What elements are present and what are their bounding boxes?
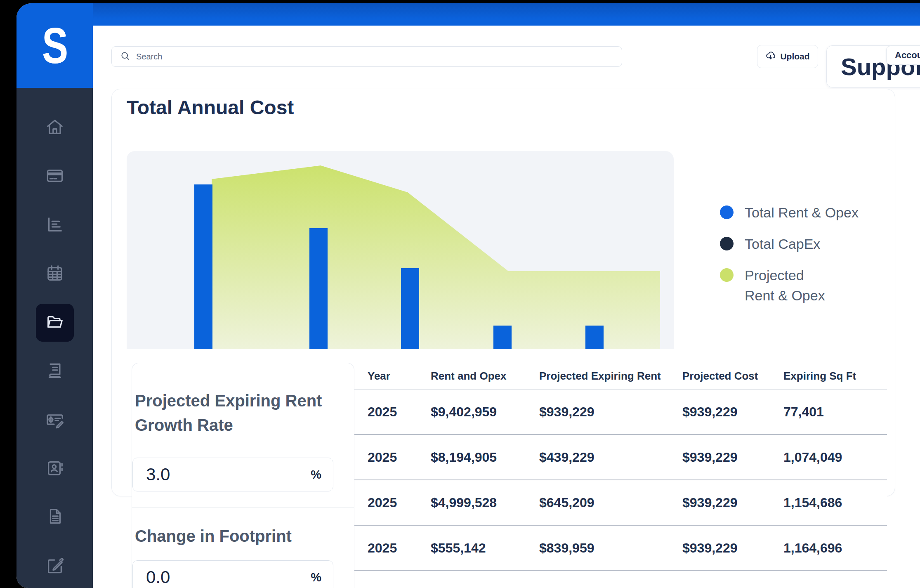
cell-expiring-sqft: 1,074,049 (783, 450, 887, 465)
sidebar-item-calendar[interactable] (36, 255, 74, 293)
sidebar-item-billing[interactable] (36, 158, 74, 196)
folder-open-icon (45, 312, 64, 333)
account-button[interactable]: Accou (886, 46, 920, 65)
cell-projected-cost: $939,229 (682, 495, 783, 510)
sidebar-item-compose[interactable] (36, 548, 74, 586)
section-divider (132, 507, 354, 508)
upload-cloud-icon (765, 50, 776, 63)
upload-button[interactable]: Upload (757, 45, 818, 68)
home-icon (45, 118, 64, 138)
cell-year: 2025 (368, 450, 431, 465)
col-header-projected-cost: Projected Cost (682, 370, 783, 383)
legend-item-capex: Total CapEx (720, 237, 859, 254)
sidebar-item-portfolio[interactable] (36, 304, 74, 342)
footprint-input[interactable] (145, 567, 295, 588)
sidebar-item-documents[interactable] (36, 498, 74, 536)
sidebar-item-home[interactable] (36, 109, 74, 147)
cell-rent-opex: $8,194,905 (431, 450, 539, 465)
table-row: 2025 $4,999,528 $645,209 $939,229 1,154,… (354, 480, 887, 526)
legend-dot-lime (720, 268, 734, 282)
cost-table: Year Rent and Opex Projected Expiring Re… (354, 363, 887, 571)
table-header-row: Year Rent and Opex Projected Expiring Re… (354, 363, 887, 390)
legend-item-rent-opex: Total Rent & Opex (720, 205, 859, 223)
cell-projected-cost: $939,229 (682, 450, 783, 465)
cell-rent-opex: $9,402,959 (431, 404, 539, 420)
search-icon (120, 51, 135, 63)
logo-letter: S (42, 17, 68, 75)
cell-projected-expiring-rent: $839,959 (539, 541, 682, 556)
sidebar-item-reports[interactable] (36, 207, 74, 245)
table-row: 2025 $555,142 $839,959 $939,229 1,164,69… (354, 526, 887, 571)
file-text-icon (45, 507, 64, 527)
search-input[interactable] (135, 52, 591, 62)
cell-projected-cost: $939,229 (682, 541, 783, 556)
col-header-expiring-sqft: Expiring Sq Ft (783, 370, 887, 383)
percent-sign: % (311, 571, 321, 584)
assumptions-panel: Projected Expiring Rent Growth Rate % Ch… (132, 363, 354, 588)
app-logo[interactable]: S (17, 3, 93, 88)
growth-rate-input[interactable] (145, 464, 295, 485)
cell-expiring-sqft: 77,401 (783, 404, 887, 420)
sidebar (17, 88, 93, 588)
cell-projected-cost: $939,229 (682, 404, 783, 420)
col-header-year: Year (368, 370, 431, 383)
chart-canvas (127, 151, 674, 349)
table-row: 2025 $9,402,959 $939,229 $939,229 77,401 (354, 390, 887, 435)
edit-square-icon (45, 556, 64, 577)
col-header-rent-opex: Rent and Opex (431, 370, 539, 383)
search-box[interactable] (111, 46, 622, 67)
app-window: S (17, 3, 920, 588)
money-check-edit-icon (45, 410, 64, 431)
cell-year: 2025 (368, 404, 431, 420)
legend-dot-blue (720, 205, 734, 219)
cell-year: 2025 (368, 495, 431, 510)
account-label: Accou (895, 50, 920, 61)
contact-card-icon (45, 458, 64, 479)
cell-rent-opex: $555,142 (431, 541, 539, 556)
sidebar-item-contacts[interactable] (36, 450, 74, 488)
legend-label: Total Rent & Opex (745, 203, 859, 223)
sidebar-item-payments[interactable] (36, 401, 74, 439)
credit-card-icon (45, 166, 64, 187)
footprint-field[interactable]: % (132, 560, 333, 588)
legend-dot-navy (720, 237, 734, 250)
upload-label: Upload (780, 52, 809, 61)
cell-projected-expiring-rent: $439,229 (539, 450, 682, 465)
cell-projected-expiring-rent: $645,209 (539, 495, 682, 510)
legend-label: Projected Rent & Opex (745, 265, 825, 306)
cell-projected-expiring-rent: $939,229 (539, 404, 682, 420)
page-title: Total Annual Cost (127, 96, 294, 119)
chart-panel (127, 151, 674, 349)
table-row: 2025 $8,194,905 $439,229 $939,229 1,074,… (354, 435, 887, 480)
cell-rent-opex: $4,999,528 (431, 495, 539, 510)
chart-legend: Total Rent & Opex Total CapEx Projected … (720, 205, 859, 320)
cell-year: 2025 (368, 541, 431, 556)
col-header-projected-expiring-rent: Projected Expiring Rent (539, 370, 682, 383)
footprint-label: Change in Footprint (135, 524, 343, 548)
percent-sign: % (311, 468, 321, 482)
legend-label: Total CapEx (745, 234, 820, 254)
growth-rate-field[interactable]: % (132, 458, 333, 491)
cell-expiring-sqft: 1,164,696 (783, 541, 887, 556)
calendar-icon (45, 264, 64, 284)
book-icon (45, 361, 64, 382)
cell-expiring-sqft: 1,154,686 (783, 495, 887, 510)
page: S (0, 0, 920, 588)
bar-chart-icon (45, 215, 64, 236)
growth-rate-label: Projected Expiring Rent Growth Rate (135, 389, 343, 437)
sidebar-item-ledger[interactable] (36, 352, 74, 390)
legend-item-projected: Projected Rent & Opex (720, 268, 859, 306)
top-blue-bar (17, 3, 920, 26)
